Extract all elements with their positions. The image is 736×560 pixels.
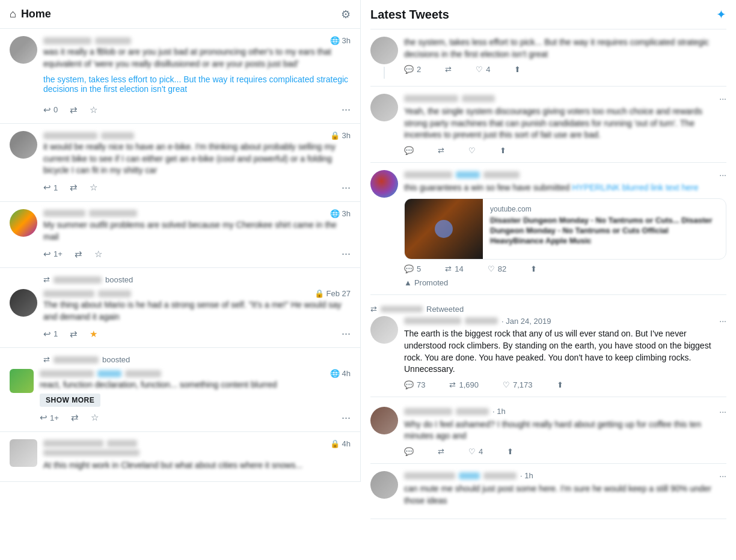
like-button[interactable]: ☆ bbox=[90, 105, 97, 115]
handle bbox=[95, 37, 131, 44]
sparkle-icon[interactable]: ✦ bbox=[716, 7, 726, 22]
like-count: 4 bbox=[486, 65, 490, 74]
home-title: Home bbox=[21, 8, 51, 20]
tweet-body: can mute me should just post some here. … bbox=[404, 483, 726, 507]
more-button[interactable]: ··· bbox=[719, 94, 726, 103]
like-button[interactable]: ♡ bbox=[468, 146, 476, 155]
avatar bbox=[10, 439, 37, 467]
promoted-badge: ▲ Promoted bbox=[404, 278, 726, 287]
timestamp: 🌐 3h bbox=[330, 36, 351, 45]
reply-button[interactable]: ↩ 1+ bbox=[40, 412, 59, 423]
tweet-content: 🌐 3h was it really a fBlob or are you ju… bbox=[43, 36, 351, 116]
show-more-button[interactable]: SHOW MORE bbox=[40, 394, 100, 407]
reply-icon: 💬 bbox=[404, 447, 414, 456]
more-button[interactable]: ··· bbox=[719, 170, 726, 180]
like-button[interactable]: ♡ 4 bbox=[468, 447, 483, 456]
reply-icon: 💬 bbox=[404, 65, 414, 74]
avatar bbox=[10, 131, 37, 159]
more-button[interactable]: ··· bbox=[342, 103, 351, 116]
more-button[interactable]: ··· bbox=[342, 248, 351, 260]
reply-button[interactable]: 💬 5 bbox=[404, 264, 421, 273]
tweet-date: · Jan 24, 2019 bbox=[501, 317, 551, 326]
reply-button[interactable]: ↩ 1 bbox=[43, 329, 58, 339]
source-link bbox=[43, 449, 140, 456]
share-button[interactable]: ⬆ bbox=[514, 65, 521, 74]
like-icon: ☆ bbox=[90, 182, 97, 193]
like-button[interactable]: ☆ bbox=[94, 249, 102, 260]
retweet-label: ⇄ Retweeted bbox=[370, 300, 726, 316]
right-tweet-item-promoted: ··· this guarantees a win so few have su… bbox=[370, 163, 726, 296]
reply-button[interactable]: ↩ 1+ bbox=[43, 249, 63, 260]
left-panel: ⌂ Home ⚙ 🌐 3h bbox=[0, 0, 361, 560]
globe-icon: 🌐 bbox=[330, 209, 340, 218]
tweet-body: The thing about Mario is he had a strong… bbox=[43, 299, 351, 323]
user-info bbox=[40, 370, 161, 377]
share-icon: ⬆ bbox=[500, 146, 506, 155]
more-button[interactable]: ··· bbox=[719, 471, 726, 481]
retweet-button[interactable]: ⇄ bbox=[445, 65, 452, 74]
like-button[interactable]: ☆ bbox=[91, 412, 99, 423]
filter-icon[interactable]: ⚙ bbox=[341, 8, 351, 21]
home-nav[interactable]: ⌂ Home bbox=[10, 8, 51, 20]
tweet-content: 🌐 3h My summer outfit problems are solve… bbox=[43, 209, 351, 260]
reply-button[interactable]: ↩ 1 bbox=[43, 182, 58, 193]
like-button[interactable]: ♡ 82 bbox=[488, 264, 506, 273]
share-icon: ⬆ bbox=[530, 264, 537, 273]
tweet-body: The earth is the biggest rock that any o… bbox=[404, 328, 726, 375]
share-button[interactable]: ⬆ bbox=[530, 264, 537, 273]
retweet-button[interactable]: ⇄ bbox=[438, 146, 444, 155]
booster-name bbox=[54, 356, 99, 364]
retweet-button[interactable]: ⇄ bbox=[438, 447, 444, 456]
user-info bbox=[43, 132, 134, 139]
tweet-content: 🔒 4h At this might work in Cleveland but… bbox=[43, 439, 351, 474]
right-panel: Latest Tweets ✦ the system, takes less e… bbox=[361, 0, 736, 560]
reply-button[interactable]: 💬 2 bbox=[404, 65, 421, 74]
handle bbox=[456, 408, 489, 415]
username bbox=[43, 37, 91, 44]
username bbox=[43, 290, 94, 297]
like-count: 4 bbox=[479, 447, 483, 456]
retweet-button[interactable]: ⇄ bbox=[71, 412, 79, 423]
more-button[interactable]: ··· bbox=[719, 316, 726, 326]
more-button[interactable]: ··· bbox=[719, 407, 726, 416]
retweet-icon: ⇄ bbox=[75, 249, 82, 260]
more-button[interactable]: ··· bbox=[342, 327, 351, 340]
share-button[interactable]: ⬆ bbox=[500, 146, 506, 155]
tweet-date: · 1h bbox=[492, 407, 506, 416]
retweet-button[interactable]: ⇄ bbox=[75, 249, 82, 260]
right-tweet-item: ··· Yeah, the single system discourages … bbox=[370, 87, 726, 163]
retweet-icon: ⇄ bbox=[70, 182, 78, 193]
like-button[interactable]: ♡ 7,173 bbox=[503, 380, 533, 389]
reply-button[interactable]: 💬 bbox=[404, 447, 414, 456]
tweet-link[interactable]: HYPERLINK blurred link text here bbox=[572, 183, 698, 192]
like-button[interactable]: ☆ bbox=[90, 182, 97, 193]
right-tweet-item: · 1h ··· Why do I feel ashamed? I though… bbox=[370, 400, 726, 464]
retweet-button[interactable]: ⇄ bbox=[70, 105, 78, 115]
retweet-icon: ⇄ bbox=[370, 305, 377, 314]
share-button[interactable]: ⬆ bbox=[507, 447, 514, 456]
more-button[interactable]: ··· bbox=[342, 181, 351, 194]
promoted-icon: ▲ bbox=[404, 278, 412, 287]
reply-button[interactable]: 💬 bbox=[404, 146, 414, 155]
reply-icon: ↩ bbox=[43, 249, 51, 260]
like-button[interactable]: ★ bbox=[90, 329, 97, 339]
like-icon: ☆ bbox=[94, 249, 102, 260]
avatar bbox=[370, 170, 398, 198]
youtube-card[interactable]: youtube.com Disaster Dungeon Monday - No… bbox=[404, 198, 726, 260]
retweet-button[interactable]: ⇄ 14 bbox=[445, 264, 463, 273]
retweet-button[interactable]: ⇄ bbox=[70, 329, 78, 339]
retweet-button[interactable]: ⇄ 1,690 bbox=[449, 380, 479, 389]
reply-button[interactable]: ↩ 0 bbox=[43, 105, 58, 115]
show-thread-link[interactable]: the system, takes less effort to pick...… bbox=[43, 75, 351, 94]
share-button[interactable]: ⬆ bbox=[557, 380, 563, 389]
reply-button[interactable]: 💬 73 bbox=[404, 380, 425, 389]
boost-label: ⇄ boosted bbox=[10, 275, 351, 284]
retweet-icon: ⇄ bbox=[445, 65, 452, 74]
retweet-button[interactable]: ⇄ bbox=[70, 182, 78, 193]
retweet-icon: ⇄ bbox=[449, 380, 456, 389]
boost-label: ⇄ boosted bbox=[10, 355, 351, 364]
like-button[interactable]: ♡ 4 bbox=[476, 65, 490, 74]
more-button[interactable]: ··· bbox=[342, 412, 351, 424]
user-info bbox=[43, 37, 131, 44]
badge bbox=[97, 370, 121, 377]
